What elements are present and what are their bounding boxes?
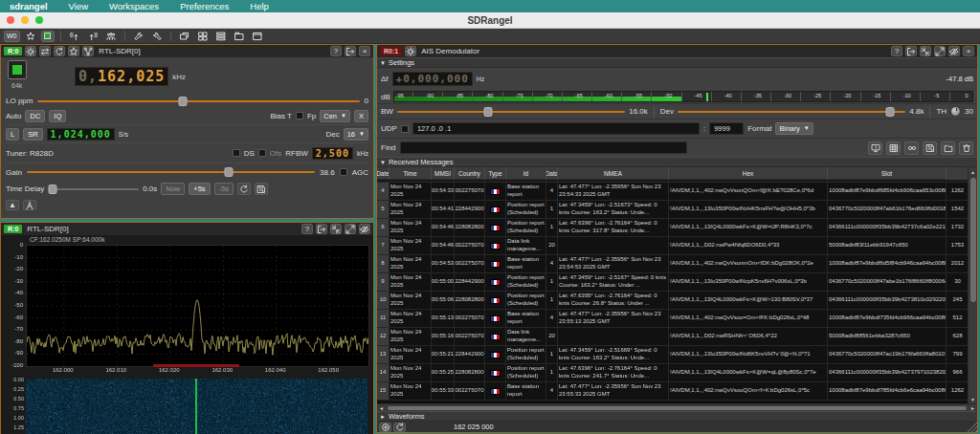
spectrum-window-titlebar[interactable]: R:0 RTL-SDR[0] ? <box>1 223 373 235</box>
column-header-slot[interactable]: Slot <box>828 167 947 180</box>
column-header-hex[interactable]: Hex <box>669 167 828 180</box>
dev-slider[interactable] <box>678 107 905 117</box>
clear-messages-icon[interactable] <box>959 141 973 155</box>
column-header-mmsi[interactable]: MMSI <box>432 167 455 180</box>
table-row[interactable]: 15Mon Nov 24202500:55:33002275070Base st… <box>377 382 968 401</box>
replay-loop-icon[interactable] <box>237 183 251 195</box>
vertical-scroll-thumb[interactable] <box>970 178 976 302</box>
table-row[interactable]: 9Mon Nov 24202500:55:00228442900Position… <box>377 273 968 292</box>
table-row[interactable]: 5Mon Nov 24202500:54:41228442900Position… <box>377 201 968 219</box>
format-select[interactable]: Binary▼ <box>775 122 813 135</box>
menu-help[interactable]: Help <box>250 1 269 11</box>
threshold-dial[interactable] <box>950 106 961 117</box>
fc-position-select[interactable]: Cen▼ <box>320 110 350 122</box>
decimation-select[interactable]: 16▼ <box>344 128 368 141</box>
ais-help-icon[interactable]: ? <box>891 46 902 56</box>
workspace-button[interactable]: W0 <box>4 31 20 42</box>
feature-presets-icon[interactable] <box>23 31 38 42</box>
offset-tuning-checkbox[interactable] <box>258 149 266 157</box>
menu-view[interactable]: View <box>69 1 88 11</box>
device-move-workspace-icon[interactable] <box>345 46 356 56</box>
antenna-tool-icon[interactable] <box>23 200 36 210</box>
save-messages-icon[interactable] <box>923 141 937 155</box>
spectrum-display[interactable]: CF:162.0250M SP:64.000k 0-10-20-30-40-50… <box>1 235 373 434</box>
ais-move-workspace-icon[interactable] <box>905 46 917 56</box>
ais-shrink-icon[interactable] <box>920 46 931 56</box>
scroll-down-arrow[interactable]: ▼ <box>970 395 975 403</box>
cascade-windows-icon[interactable] <box>177 31 192 42</box>
lock-rate-button[interactable]: L <box>6 128 19 141</box>
change-device-icon[interactable] <box>39 46 51 56</box>
messages-table-header[interactable]: DateTimeMMSICountryTypeIdDataNMEAHexSlot <box>377 167 968 180</box>
view-ships-icon[interactable] <box>904 141 919 155</box>
resize-grip[interactable] <box>967 422 977 432</box>
crosshair-icon[interactable] <box>379 423 391 432</box>
tabify-windows-icon[interactable] <box>232 31 247 42</box>
column-header-nmea[interactable]: NMEA <box>558 167 669 180</box>
reload-device-icon[interactable] <box>54 46 65 56</box>
column-header-id[interactable]: Id <box>506 167 546 180</box>
time-delay-slider[interactable] <box>48 184 139 194</box>
find-input[interactable] <box>400 141 687 154</box>
column-header-data[interactable]: Data <box>546 167 558 180</box>
columns-grid-icon[interactable] <box>886 141 901 155</box>
refresh-icon[interactable] <box>393 423 406 432</box>
spectrum-hide-icon[interactable] <box>359 224 370 234</box>
lo-ppm-slider[interactable] <box>37 97 359 106</box>
sort-indicator[interactable]: ▲ <box>970 167 975 176</box>
spectrum-toggle-icon[interactable]: ▲ <box>6 200 19 210</box>
waveforms-section-header[interactable]: ►Waveforms <box>377 411 977 422</box>
udp-checkbox[interactable] <box>401 125 409 133</box>
table-row[interactable]: 10Mon Nov 24202500:55:06228082800Positio… <box>377 292 968 310</box>
save-workspace-icon[interactable] <box>149 31 165 42</box>
agc-checkbox[interactable] <box>340 168 347 176</box>
ais-hide-icon[interactable] <box>948 46 960 56</box>
spectrum-move-workspace-icon[interactable] <box>316 224 327 234</box>
ais-settings-gear-icon[interactable] <box>405 46 416 56</box>
table-row[interactable]: 8Mon Nov 24202500:54:53002275070Base sta… <box>377 255 968 273</box>
menu-preferences[interactable]: Preferences <box>180 1 229 11</box>
table-row[interactable]: 14Mon Nov 24202500:55:25228082800Positio… <box>377 364 968 382</box>
waterfall-plot[interactable] <box>26 379 368 434</box>
spectrum-help-icon[interactable]: ? <box>301 224 313 234</box>
replay-minus5s-button[interactable]: -5s <box>214 183 234 195</box>
menu-app[interactable]: sdrangel <box>10 1 48 11</box>
tile-windows-icon[interactable] <box>195 31 211 42</box>
table-row[interactable]: 4Mon Nov 24202500:54:33002275070Base sta… <box>377 183 968 201</box>
ais-window-titlebar[interactable]: R0:1 AIS Demodulator ? × <box>377 45 977 57</box>
spectrum-maximize-icon[interactable] <box>345 224 356 234</box>
direct-sampling-checkbox[interactable] <box>233 149 240 157</box>
device-settings-gear-icon[interactable] <box>25 46 36 56</box>
menu-workspaces[interactable]: Workspaces <box>109 1 159 11</box>
udp-address-input[interactable]: 127.0 .0 .1 <box>412 122 700 135</box>
spectrum-plot[interactable] <box>26 245 369 367</box>
start-stop-button[interactable] <box>8 60 27 79</box>
message-monitor-icon[interactable] <box>868 141 882 155</box>
received-messages-header[interactable]: ▼Received Messages <box>377 157 977 167</box>
iq-correction-button[interactable]: IQ <box>49 110 66 122</box>
bw-slider[interactable] <box>397 107 625 117</box>
sample-rate-display[interactable]: 1,024,000 <box>47 128 115 141</box>
start-all-devices-icon[interactable] <box>41 31 55 42</box>
device-window-titlebar[interactable]: R:0 RTL-SDR[0] ? × <box>1 45 373 57</box>
table-row[interactable]: 6Mon Nov 24202500:54:46228082800Position… <box>377 219 968 237</box>
replay-plus5s-button[interactable]: +5s <box>189 183 210 195</box>
stack-windows-icon[interactable] <box>213 31 229 42</box>
bias-t-checkbox[interactable] <box>296 112 303 119</box>
table-row[interactable]: 13Mon Nov 24202500:55:21228442900Positio… <box>377 346 968 364</box>
ais-close-icon[interactable]: × <box>963 46 974 56</box>
add-rx-device-icon[interactable] <box>67 31 82 42</box>
transverter-button[interactable]: X <box>354 110 368 122</box>
rf-bandwidth-display[interactable]: 2,500 <box>312 147 353 160</box>
add-channels-icon[interactable] <box>82 46 94 56</box>
column-header-date[interactable]: Date <box>377 167 390 180</box>
vertical-scrollbar[interactable]: ▲ ▼ <box>968 167 977 403</box>
table-row[interactable]: 11Mon Nov 24202500:55:13002275070Base st… <box>377 310 968 328</box>
spectrum-shrink-icon[interactable] <box>330 224 342 234</box>
delta-f-display[interactable]: +0,000,000 <box>392 72 473 86</box>
sample-rate-mode-button[interactable]: SR <box>23 128 42 141</box>
column-header-type[interactable]: Type <box>485 167 506 180</box>
ais-maximize-icon[interactable] <box>934 46 946 56</box>
column-header-time[interactable]: Time <box>390 167 432 180</box>
add-mimo-device-icon[interactable] <box>103 31 119 42</box>
